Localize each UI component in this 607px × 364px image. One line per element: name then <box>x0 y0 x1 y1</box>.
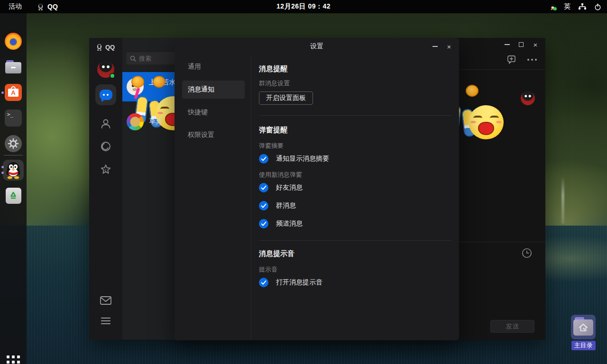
maximize-button[interactable] <box>514 39 528 50</box>
qq-sidebar-rail: QQ z <box>89 38 122 340</box>
message-history-icon[interactable] <box>521 247 533 259</box>
checkbox-row-channel[interactable]: 频道消息 <box>259 219 451 228</box>
user-avatar[interactable] <box>97 61 114 78</box>
cheer-emoji-sticker <box>462 97 511 145</box>
dock-software-button[interactable]: A <box>4 83 22 101</box>
sidebar-item-messages[interactable] <box>95 84 116 105</box>
gear-icon <box>5 135 22 152</box>
running-indicator-dot <box>1 166 4 168</box>
dock-recycle-app-button[interactable] <box>4 187 22 205</box>
dock-firefox-button[interactable] <box>4 32 22 50</box>
section-title-sound: 消息提示音 <box>259 249 451 258</box>
wallpaper-waterfall <box>561 176 564 224</box>
close-button[interactable]: × <box>528 39 543 50</box>
popup-summary-label: 弹窗摘要 <box>259 142 451 150</box>
checkbox-checked-icon[interactable] <box>259 183 268 192</box>
checkbox-label: 频道消息 <box>276 219 303 228</box>
home-icon-label: 主目录 <box>571 341 596 350</box>
settings-nav-notifications[interactable]: 消息通知 <box>182 81 245 99</box>
minimize-button[interactable] <box>500 39 514 50</box>
settings-nav-general[interactable]: 通用 <box>182 58 245 76</box>
checkbox-checked-icon[interactable] <box>259 154 268 164</box>
settings-nav-shortcuts[interactable]: 快捷键 <box>182 103 245 121</box>
sidebar-item-channels[interactable] <box>100 140 112 153</box>
chat-avatar <box>127 113 144 130</box>
firefox-icon <box>5 33 22 50</box>
gnome-top-bar: 活动 QQ 12月26日 09：42 英 <box>0 0 607 13</box>
send-button[interactable]: 发送 <box>490 320 534 333</box>
section-title-message-alert: 消息提醒 <box>259 64 451 73</box>
desktop-home-icon[interactable]: 主目录 <box>570 315 597 350</box>
power-icon[interactable] <box>594 3 601 10</box>
dock-divider <box>4 155 23 155</box>
section-divider <box>259 115 451 116</box>
dock: A >_ <box>0 13 27 364</box>
group-message-settings-label: 群消息设置 <box>259 79 451 88</box>
home-folder-icon <box>571 315 596 339</box>
settings-nav: 通用 消息通知 快捷键 权限设置 <box>175 55 251 340</box>
sidebar-item-contacts[interactable] <box>100 118 112 130</box>
mail-icon[interactable] <box>100 295 112 306</box>
search-icon <box>130 55 136 62</box>
checkbox-row-sound[interactable]: 打开消息提示音 <box>259 278 451 287</box>
ubuntu-software-icon: A <box>5 84 22 101</box>
new-popup-label: 使用新消息弹窗 <box>259 171 451 179</box>
checkbox-label: 打开消息提示音 <box>276 278 322 287</box>
settings-title: 设置 <box>310 42 323 51</box>
files-icon <box>5 60 21 73</box>
qq-logo-text: QQ <box>105 44 115 51</box>
svg-text:z: z <box>105 168 107 172</box>
settings-nav-permissions[interactable]: 权限设置 <box>182 126 245 144</box>
checkbox-row-friend[interactable]: 好友消息 <box>259 183 451 192</box>
settings-close-button[interactable]: × <box>442 41 456 52</box>
checkbox-label: 好友消息 <box>276 183 303 192</box>
checkbox-checked-icon[interactable] <box>259 201 268 210</box>
sound-label: 提示音 <box>259 265 451 274</box>
sidebar-item-qzone[interactable]: z <box>99 163 112 176</box>
checkbox-checked-icon[interactable] <box>259 278 268 287</box>
terminal-icon: >_ <box>5 109 22 127</box>
create-chat-icon[interactable] <box>507 55 516 64</box>
section-title-popup-alert: 弹窗提醒 <box>259 125 451 135</box>
running-indicator-dot <box>1 91 4 94</box>
settings-titlebar: 设置 × <box>175 38 459 55</box>
clock[interactable]: 12月26日 09：42 <box>0 2 607 11</box>
running-indicator-dot <box>1 172 4 174</box>
chat-bubble-icon <box>100 90 112 100</box>
settings-dialog: 设置 × 通用 消息通知 快捷键 权限设置 消息提醒 群消息设置 开启设置面板 … <box>175 38 459 340</box>
chat-preview-sticker <box>149 88 158 97</box>
open-settings-panel-button[interactable]: 开启设置面板 <box>259 91 313 105</box>
checkbox-checked-icon[interactable] <box>259 219 268 228</box>
settings-content: 消息提醒 群消息设置 开启设置面板 弹窗提醒 弹窗摘要 通知显示消息摘要 使用新… <box>251 55 459 340</box>
dock-files-button[interactable] <box>4 58 22 76</box>
section-divider <box>259 240 451 241</box>
online-status-dot <box>553 7 557 10</box>
checkbox-row-group[interactable]: 群消息 <box>259 201 451 210</box>
network-icon[interactable] <box>579 3 586 10</box>
more-options-icon[interactable] <box>527 59 537 61</box>
menu-hamburger-icon[interactable] <box>100 317 111 325</box>
online-status-dot <box>110 73 115 79</box>
settings-minimize-button[interactable] <box>428 41 442 52</box>
checkbox-row-summary[interactable]: 通知显示消息摘要 <box>259 154 451 164</box>
chat-name: 草莫 <box>149 117 162 126</box>
dock-terminal-button[interactable]: >_ <box>4 109 22 127</box>
checkbox-label: 群消息 <box>276 201 296 210</box>
qq-logo: QQ <box>96 44 115 51</box>
dock-qq-button[interactable] <box>3 160 24 181</box>
dock-settings-button[interactable] <box>4 135 22 153</box>
message-sender-avatar[interactable] <box>521 91 535 105</box>
input-method-indicator[interactable]: 英 <box>564 2 570 11</box>
app-grid-button[interactable] <box>7 355 20 364</box>
qq-penguin-icon <box>4 161 22 179</box>
qq-status-tray-icon[interactable] <box>550 4 556 10</box>
recycle-icon <box>6 188 21 204</box>
checkbox-label: 通知显示消息摘要 <box>276 155 329 163</box>
